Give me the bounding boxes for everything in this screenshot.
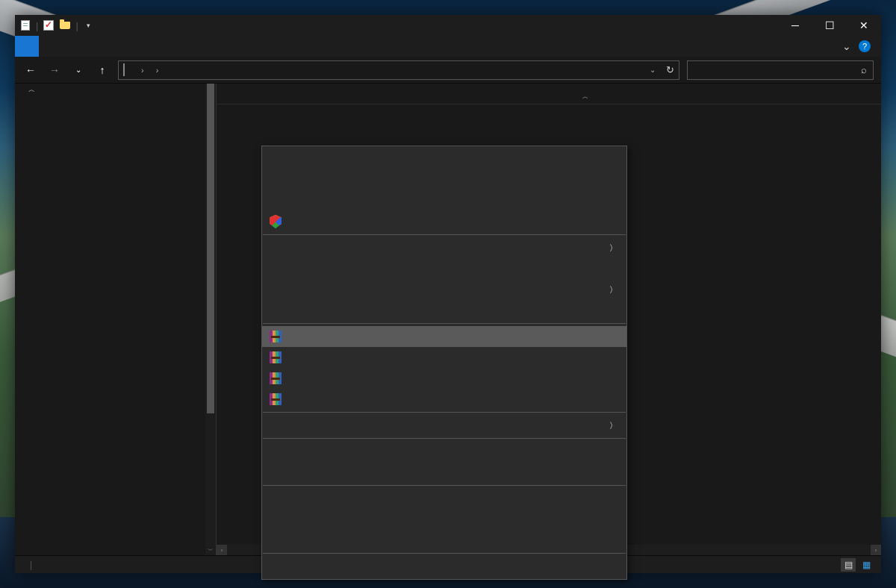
qat-sep: | [75,20,78,31]
ctx-restore-version[interactable] [262,258,626,279]
tree-scrollbar[interactable]: ﹀ [205,84,216,555]
quick-access-toolbar: | | ▾ [15,19,99,31]
address-dropdown-icon[interactable]: ⌄ [650,66,656,74]
ctx-open[interactable] [262,148,626,169]
expand-ribbon-icon[interactable]: ⌄ [842,40,851,52]
help-icon[interactable]: ? [859,40,871,52]
nav-bar: ← → ⌄ ↑ › › ⌄ ↻ ⌕ [15,57,881,84]
tree-scroll-down-icon[interactable]: ﹀ [205,545,216,555]
context-menu: 〉 〉 〉 [261,146,627,580]
winrar-icon [268,371,283,386]
hscroll-left-icon[interactable]: ‹ [217,547,227,554]
search-box[interactable]: ⌕ [687,60,874,80]
sort-asc-icon: ︿ [582,93,588,101]
ribbon: ⌄ ? [15,36,881,57]
address-bar[interactable]: › › ⌄ ↻ [118,60,679,80]
maximize-button[interactable]: ☐ [812,15,847,36]
recent-dropdown[interactable]: ⌄ [70,61,87,79]
ctx-send-to[interactable]: 〉 [262,415,626,436]
ctx-sep [263,323,626,324]
new-folder-icon[interactable] [43,19,55,31]
back-button[interactable]: ← [22,61,39,79]
submenu-arrow-icon: 〉 [609,420,617,431]
properties-icon[interactable] [19,19,31,31]
qat-sep: | [36,20,38,31]
hscroll-right-icon[interactable]: › [871,547,881,554]
winrar-icon [268,392,283,407]
close-button[interactable]: ✕ [847,15,881,36]
winrar-icon [268,329,283,344]
ctx-add-archive[interactable] [262,326,626,347]
defender-shield-icon [268,214,283,229]
ctx-pin-quick-access[interactable] [262,190,626,211]
breadcrumb-sep: › [156,66,159,75]
minimize-button[interactable]: ─ [778,15,812,36]
tree-scrollbar-thumb[interactable] [207,84,214,413]
up-button[interactable]: ↑ [94,61,111,79]
nav-tree: ︿ ﹀ [15,84,217,555]
search-icon: ⌕ [861,64,867,75]
ctx-properties[interactable] [262,556,626,577]
ctx-sep [263,234,626,235]
ctx-sep [263,485,626,486]
refresh-icon[interactable]: ↻ [666,64,674,75]
ctx-copy[interactable] [262,462,626,483]
folder-icon[interactable] [59,19,71,31]
icons-view-button[interactable]: ▦ [859,558,874,572]
ctx-share-access[interactable]: 〉 [262,237,626,258]
view-tab[interactable] [87,36,111,57]
ctx-create-shortcut[interactable] [262,488,626,509]
ctx-sep [263,412,626,413]
ctx-defender-scan[interactable] [262,211,626,232]
ctx-rename[interactable] [262,530,626,551]
tree-scroll-up-icon[interactable]: ︿ [28,85,35,95]
ctx-delete[interactable] [262,509,626,530]
ctx-sep [263,553,626,554]
status-sep: | [30,560,32,570]
window-controls: ─ ☐ ✕ [778,15,881,36]
ctx-open-new-window[interactable] [262,169,626,190]
submenu-arrow-icon: 〉 [609,284,617,295]
submenu-arrow-icon: 〉 [609,243,617,254]
winrar-icon [268,350,283,365]
location-icon [123,64,135,76]
ctx-cut[interactable] [262,441,626,462]
column-headers: ︿ [217,84,881,104]
share-tab[interactable] [63,36,87,57]
ctx-archive-rar-email[interactable] [262,389,626,410]
ctx-archive-email[interactable] [262,368,626,389]
qat-dropdown-icon[interactable]: ▾ [83,19,95,31]
ctx-pin-start[interactable] [262,300,626,321]
details-view-button[interactable]: ▤ [841,558,856,572]
titlebar: | | ▾ ─ ☐ ✕ [15,15,881,36]
ctx-add-archive-rar[interactable] [262,347,626,368]
file-tab[interactable] [15,36,39,57]
ctx-add-library[interactable]: 〉 [262,279,626,300]
breadcrumb-sep: › [141,66,144,75]
forward-button[interactable]: → [46,61,63,79]
ctx-sep [263,438,626,439]
home-tab[interactable] [39,36,63,57]
